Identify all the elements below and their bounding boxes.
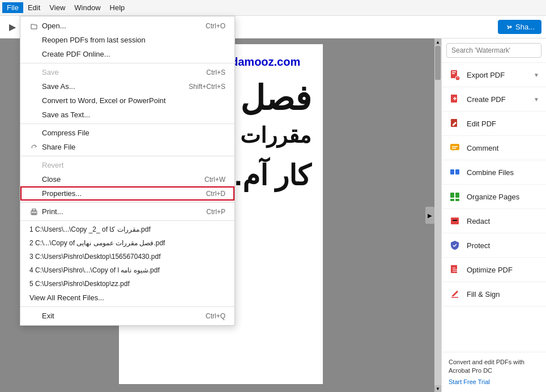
panel-item-organize-pages[interactable]: Organize Pages (442, 185, 546, 209)
separator-1 (20, 63, 234, 63)
menu-item-properties[interactable]: Properties... Ctrl+D (20, 186, 234, 201)
print-menu-icon (29, 208, 39, 216)
edit-pdf-icon (449, 117, 461, 130)
panel-item-comment[interactable]: Comment (442, 136, 546, 160)
menu-item-recent-2[interactable]: 2 C:\...\Copy of فصل مقررات عمومی نهایی.… (20, 236, 234, 250)
separator-4 (20, 202, 234, 203)
close-shortcut: Ctrl+W (204, 176, 225, 184)
comment-label: Comment (467, 144, 539, 152)
optimize-pdf-icon (449, 263, 461, 276)
panel-item-edit-pdf[interactable]: Edit PDF (442, 112, 546, 136)
menu-window[interactable]: Window (70, 2, 105, 13)
menu-item-open[interactable]: Open... Ctrl+O (20, 19, 234, 33)
share-button[interactable]: Sha... (498, 20, 541, 34)
menu-item-recent-1[interactable]: 1 C:\Users\...\Copy _2_ of مقررات کا.pdf (20, 223, 234, 236)
redact-icon (449, 215, 461, 227)
menu-item-close[interactable]: Close Ctrl+W (20, 172, 234, 186)
optimize-pdf-label: Optimize PDF (467, 266, 539, 274)
panel-expand-button[interactable]: ▶ (425, 207, 434, 224)
panel-item-protect[interactable]: Protect (442, 233, 546, 258)
menu-bar: File Edit View Window Help (0, 0, 546, 16)
organize-pages-label: Organize Pages (467, 193, 539, 201)
menu-item-save: Save Ctrl+S (20, 65, 234, 79)
menu-item-print[interactable]: Print... Ctrl+P (20, 204, 234, 219)
menu-item-convert[interactable]: Convert to Word, Excel or PowerPoint (20, 93, 234, 108)
menu-item-create-online[interactable]: Create PDF Online... (20, 47, 234, 61)
fill-sign-icon (449, 288, 461, 300)
scroll-down-arrow[interactable]: ▼ (434, 385, 441, 392)
svg-rect-3 (452, 71, 456, 73)
fill-sign-label: Fill & Sign (467, 290, 539, 299)
svg-rect-15 (450, 199, 454, 201)
menu-item-save-as[interactable]: Save As... Shift+Ctrl+S (20, 79, 234, 93)
separator-5 (20, 220, 234, 221)
comment-icon (449, 142, 461, 154)
create-pdf-icon (449, 93, 461, 105)
scroll-bar[interactable]: ▲ ▼ (434, 39, 441, 392)
redact-label: Redact (467, 217, 539, 225)
panel-item-fill-sign[interactable]: Fill & Sign (442, 282, 546, 306)
search-input[interactable] (446, 43, 541, 58)
create-pdf-label: Create PDF (467, 95, 528, 104)
share-menu-icon (29, 143, 39, 151)
export-pdf-label: Export PDF (467, 71, 528, 79)
menu-item-save-text[interactable]: Save as Text... (20, 108, 234, 122)
export-pdf-arrow: ▼ (534, 72, 539, 78)
start-free-trial-link[interactable]: Start Free Trial (449, 378, 539, 386)
separator-2 (20, 123, 234, 124)
open-shortcut: Ctrl+O (206, 22, 225, 30)
menu-item-exit[interactable]: Exit Ctrl+Q (20, 309, 234, 323)
menu-item-reopen[interactable]: Reopen PDFs from last session (20, 33, 234, 47)
menu-file[interactable]: File (2, 2, 23, 13)
menu-item-recent-3[interactable]: 3 C:\Users\Pishro\Desktop\1565670430.pdf (20, 250, 234, 263)
export-pdf-icon (449, 69, 461, 81)
svg-rect-13 (450, 193, 454, 198)
menu-help[interactable]: Help (105, 2, 130, 13)
svg-rect-19 (451, 265, 457, 273)
open-icon (29, 22, 39, 30)
menu-item-revert: Revert (20, 158, 234, 172)
scroll-thumb[interactable] (435, 46, 441, 80)
panel-item-combine-files[interactable]: Combine Files (442, 160, 546, 185)
svg-rect-11 (450, 169, 454, 174)
save-as-shortcut: Shift+Ctrl+S (189, 83, 225, 91)
panel-footer: Convert and edit PDFs with Acrobat Pro D… (442, 352, 546, 392)
svg-rect-4 (452, 73, 455, 74)
organize-pages-icon (449, 190, 461, 203)
combine-files-label: Combine Files (467, 168, 539, 177)
arrow-tool-icon[interactable]: ▶ (5, 19, 20, 35)
menu-edit[interactable]: Edit (23, 2, 45, 13)
protect-icon (449, 239, 461, 252)
scroll-up-arrow[interactable]: ▲ (434, 39, 441, 45)
combine-files-icon (449, 166, 461, 178)
properties-shortcut: Ctrl+D (206, 190, 225, 198)
save-shortcut: Ctrl+S (206, 69, 225, 76)
protect-label: Protect (467, 241, 539, 250)
file-dropdown-menu: Open... Ctrl+O Reopen PDFs from last ses… (20, 16, 235, 326)
panel-item-create-pdf[interactable]: Create PDF ▼ (442, 87, 546, 112)
panel-footer-text: Convert and edit PDFs with Acrobat Pro D… (449, 359, 524, 374)
right-panel: Export PDF ▼ Create PDF ▼ Edit PDF Comme… (441, 39, 546, 392)
separator-6 (20, 306, 234, 307)
menu-view[interactable]: View (45, 2, 70, 13)
menu-item-recent-5[interactable]: 5 C:\Users\Pishro\Desktop\zz.pdf (20, 277, 234, 291)
svg-rect-12 (455, 169, 459, 174)
menu-item-compress[interactable]: Compress File (20, 126, 234, 140)
exit-shortcut: Ctrl+Q (206, 312, 225, 320)
svg-rect-16 (455, 199, 459, 201)
menu-item-view-all-recent[interactable]: View All Recent Files... (20, 291, 234, 305)
svg-rect-22 (32, 213, 36, 214)
menu-item-share[interactable]: Share File (20, 140, 234, 154)
svg-rect-10 (452, 148, 456, 149)
create-pdf-arrow: ▼ (534, 96, 539, 103)
search-bar (442, 39, 546, 63)
panel-item-optimize-pdf[interactable]: Optimize PDF (442, 258, 546, 282)
svg-rect-18 (453, 220, 457, 221)
panel-item-redact[interactable]: Redact (442, 209, 546, 233)
svg-rect-9 (452, 146, 458, 147)
menu-item-recent-4[interactable]: 4 C:\Users\Pishro\...\Copy of l شیوه نام… (20, 263, 234, 277)
edit-pdf-label: Edit PDF (467, 120, 539, 128)
separator-3 (20, 156, 234, 156)
svg-rect-14 (455, 193, 459, 198)
panel-item-export-pdf[interactable]: Export PDF ▼ (442, 63, 546, 87)
